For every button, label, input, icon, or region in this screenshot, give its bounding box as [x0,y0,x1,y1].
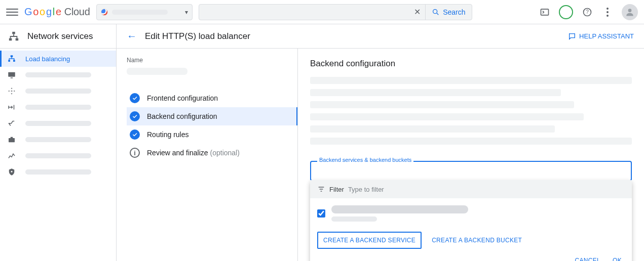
top-icons: ? [539,4,638,20]
sidebar-item[interactable] [0,164,116,180]
sidebar-item-load-balancing[interactable]: Load balancing [0,51,116,67]
dropdown-actions: CREATE A BACKEND SERVICE CREATE A BACKEN… [310,224,632,249]
svg-point-15 [9,123,10,124]
clear-icon[interactable]: ✕ [409,7,425,17]
briefcase-icon [7,135,16,144]
text-placeholder [310,77,632,84]
help-icon[interactable]: ? [581,6,593,18]
step-routing[interactable]: Routing rules [127,125,287,144]
chat-icon [568,32,576,40]
create-backend-bucket-button[interactable]: CREATE A BACKEND BUCKET [432,237,522,244]
back-arrow-icon[interactable]: ← [127,30,137,42]
svg-rect-2 [541,9,549,15]
page-title: Edit HTTP(S) load balancer [145,31,250,41]
text-placeholder [310,101,574,108]
project-picker[interactable]: ▾ [96,4,193,20]
sidebar-item[interactable] [0,115,116,132]
sidebar-items: Load balancing [0,49,116,180]
step-label: Backend configuration [147,112,217,120]
screen-icon [7,70,16,79]
cloud-shell-icon[interactable] [539,6,551,18]
filter-placeholder: Type to filter [348,186,384,193]
search-icon [432,8,440,16]
check-icon [130,93,140,103]
backend-option-text [331,205,468,222]
step-label: Review and finalize (optional) [147,149,240,157]
check-icon [130,129,140,140]
backend-option-row[interactable] [310,198,632,224]
backend-option-checkbox[interactable] [317,209,325,218]
steps-column: Name Frontend configuration Backend conf… [117,49,298,261]
sidebar-header: Network services [0,24,116,49]
step-review[interactable]: i Review and finalize (optional) [127,144,287,162]
step-backend[interactable]: Backend configuration [127,107,297,125]
svg-rect-6 [12,31,15,34]
step-frontend[interactable]: Frontend configuration [127,89,287,107]
search-button[interactable]: Search [425,5,471,20]
sidebar-item[interactable] [0,83,116,99]
search-bar: ✕ Search [199,4,472,20]
content: ← Edit HTTP(S) load balancer HELP ASSIST… [117,24,644,261]
svg-point-0 [433,9,437,13]
content-body: Name Frontend configuration Backend conf… [117,49,644,261]
svg-rect-12 [8,72,15,77]
ok-button[interactable]: OK [613,257,622,261]
filter-icon [317,185,325,193]
step-label: Routing rules [147,130,189,139]
info-icon: i [130,148,140,158]
help-assistant-button[interactable]: HELP ASSISTANT [568,32,634,40]
combo-legend: Backend services & backend buckets [317,157,413,163]
check-icon [130,111,140,121]
sidebar-item[interactable] [0,132,116,148]
step-label: Frontend configuration [147,94,218,102]
connector-icon [7,119,16,128]
load-balancing-icon [7,54,16,63]
more-icon[interactable] [601,6,614,18]
combo-input[interactable] [310,161,632,181]
logo[interactable]: Google Cloud [24,6,90,18]
svg-line-1 [437,13,438,15]
svg-point-18 [11,171,13,172]
create-backend-service-button[interactable]: CREATE A BACKEND SERVICE [317,232,422,249]
menu-icon[interactable] [6,6,18,18]
svg-rect-16 [9,138,15,142]
project-icon [101,9,108,16]
svg-rect-17 [11,137,13,138]
sidebar-item[interactable] [0,67,116,83]
network-services-icon [8,31,19,42]
main: Network services Load balancing [0,24,644,261]
move-icon [7,86,16,96]
svg-point-14 [11,91,12,92]
top-bar: Google Cloud ▾ ✕ Search ? [0,0,644,24]
sidebar-item[interactable] [0,99,116,115]
text-placeholder [310,138,632,145]
svg-rect-9 [11,55,13,57]
chart-icon [7,151,16,160]
filter-label: Filter [329,186,344,193]
text-placeholder [310,113,584,120]
cancel-button[interactable]: CANCEL [575,257,600,261]
backend-config-heading: Backend configuration [310,59,632,69]
sidebar-item[interactable] [0,148,116,164]
sidebar-title: Network services [27,31,93,41]
backend-services-combo: Backend services & backend buckets Filte… [310,161,632,181]
svg-rect-10 [8,60,10,62]
svg-rect-13 [11,77,13,78]
sidebar-item-label: Load balancing [25,55,70,63]
trial-status-icon[interactable] [559,5,573,19]
svg-point-5 [628,9,632,12]
backend-dropdown: Filter Type to filter CREATE A BACKEND S… [310,180,632,261]
dropdown-footer: CANCEL OK [310,249,632,261]
arrow-right-bracket-icon [7,103,16,112]
project-name-placeholder [112,10,168,15]
account-avatar[interactable] [622,4,638,20]
sidebar: Network services Load balancing [0,24,117,261]
svg-rect-7 [9,38,12,40]
filter-row[interactable]: Filter Type to filter [310,180,632,198]
search-input[interactable] [199,8,409,16]
text-placeholder [310,125,555,133]
svg-text:?: ? [586,9,589,15]
text-placeholder [310,89,561,96]
svg-rect-8 [16,38,18,40]
svg-rect-11 [13,60,15,62]
